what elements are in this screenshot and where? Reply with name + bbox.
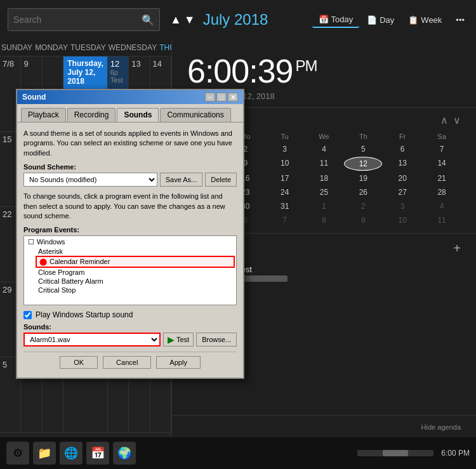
today-button[interactable]: 📅 Today (312, 12, 360, 28)
mini-day-14[interactable]: 14 (423, 157, 461, 171)
tab-playback[interactable]: Playback (21, 108, 66, 122)
taskbar-scroll[interactable] (357, 450, 433, 456)
more-button[interactable]: ••• (449, 13, 471, 27)
taskbar-icons: ⚙ 📁 🌐 📅 🌍 (6, 442, 136, 465)
event-item-windows[interactable]: ☐Windows (25, 237, 235, 247)
mini-day-17[interactable]: 17 (266, 172, 304, 185)
sound-file-select[interactable]: Alarm01.wav (23, 333, 161, 347)
bottom-bar: ⚙ 📁 🌐 📅 🌍 6:00 PM (0, 437, 476, 469)
mini-day-24[interactable]: 24 (266, 186, 304, 199)
week-button[interactable]: 📋 Week (402, 13, 448, 27)
mini-day-aug3[interactable]: 3 (383, 200, 421, 213)
mini-day-13[interactable]: 13 (383, 157, 421, 171)
day-header-mon: Monday (34, 39, 69, 56)
dialog-body: A sound theme is a set of sounds applied… (17, 122, 243, 378)
search-icon[interactable]: 🔍 (142, 14, 154, 26)
tab-sounds[interactable]: Sounds (117, 108, 159, 122)
mini-day-aug9[interactable]: 9 (344, 214, 382, 227)
apply-button[interactable]: Apply (156, 356, 201, 369)
event-item-asterisk[interactable]: Asterisk (36, 247, 235, 256)
week-icon: 📋 (408, 15, 418, 25)
next-arrow[interactable]: ▼ (184, 13, 195, 27)
mini-day-18[interactable]: 18 (305, 172, 343, 185)
day-headers: Sunday Monday Tuesday Wednesday Thursday… (0, 39, 171, 56)
dialog-description: A sound theme is a set of sounds applied… (23, 129, 237, 158)
mini-day-21[interactable]: 21 (423, 172, 461, 185)
dialog-footer: OK Cancel Apply (23, 352, 237, 371)
bottom-time: 6:00 PM (441, 449, 470, 458)
mini-day-3[interactable]: 3 (266, 143, 304, 155)
mini-day-aug8[interactable]: 8 (305, 214, 343, 227)
sounds-label: Sounds: (23, 323, 237, 331)
save-as-button[interactable]: Save As... (160, 173, 203, 187)
mini-day-aug11[interactable]: 11 (423, 214, 461, 227)
event-item-critical-stop[interactable]: Critical Stop (36, 286, 235, 294)
event-item-critical-battery[interactable]: Critical Battery Alarm (36, 277, 235, 286)
mini-day-aug4[interactable]: 4 (423, 200, 461, 213)
mini-day-aug7[interactable]: 7 (266, 214, 304, 227)
mini-day-5[interactable]: 5 (344, 143, 382, 155)
mini-day-31[interactable]: 31 (266, 200, 304, 213)
day-button[interactable]: 📄 Day (360, 13, 400, 27)
tab-recording[interactable]: Recording (67, 108, 116, 122)
search-box[interactable]: 🔍 (8, 8, 160, 31)
mini-day-7[interactable]: 7 (423, 143, 461, 155)
calendar-icon[interactable]: 📅 (86, 442, 109, 465)
delete-button[interactable]: Delete (205, 173, 237, 187)
event-item-close[interactable]: Close Program (36, 268, 235, 277)
thursday-date-header: Thursday, July 12, 2018 (63, 56, 107, 88)
mini-day-10[interactable]: 10 (266, 157, 304, 171)
cancel-button[interactable]: Cancel (103, 356, 151, 369)
mini-prev-btn[interactable]: ∧ (440, 114, 448, 126)
test-button[interactable]: ▶ Test (163, 333, 194, 347)
event-title-today: Test (237, 265, 288, 274)
dialog-close-button[interactable]: ✕ (228, 93, 238, 102)
sound-scheme-label: Sound Scheme: (23, 163, 237, 171)
mini-day-aug2[interactable]: 2 (344, 200, 382, 213)
day-header-wed: Wednesday (107, 39, 158, 56)
dialog-minimize-button[interactable]: ─ (205, 93, 215, 102)
edge-icon[interactable]: 🌐 (60, 442, 83, 465)
mini-next-btn[interactable]: ∨ (453, 114, 461, 126)
dialog-tabs: Playback Recording Sounds Communications (17, 104, 243, 122)
mini-day-aug1[interactable]: 1 (305, 200, 343, 213)
add-event-button[interactable]: + (453, 241, 461, 256)
prev-arrow[interactable]: ▲ (170, 13, 182, 27)
browse-button[interactable]: Browse... (196, 333, 237, 347)
ok-button[interactable]: OK (60, 356, 98, 369)
globe-icon[interactable]: 🌍 (113, 442, 136, 465)
mini-day-fr: Fr (383, 131, 421, 142)
program-events-label: Program Events: (23, 226, 237, 234)
mini-day-28[interactable]: 28 (423, 186, 461, 199)
sounds-row: Alarm01.wav ▶ Test Browse... (23, 333, 237, 347)
mini-day-4[interactable]: 4 (305, 143, 343, 155)
mini-day-20[interactable]: 20 (383, 172, 421, 185)
hide-agenda-area: Hide agenda (172, 415, 476, 437)
search-input[interactable] (13, 15, 128, 25)
mini-day-tu: Tu (266, 131, 304, 142)
tab-communications[interactable]: Communications (160, 108, 230, 122)
event-item-calendar-reminder[interactable]: ⬤Calendar Reminder (36, 256, 235, 268)
startup-sound-row: Play Windows Startup sound (23, 310, 237, 319)
top-bar-right: 📅 Today 📄 Day 📋 Week ••• (312, 12, 471, 28)
mini-day-25[interactable]: 25 (305, 186, 343, 199)
file-explorer-icon[interactable]: 📁 (33, 442, 56, 465)
dialog-maximize-button[interactable]: □ (216, 93, 227, 102)
play-icon: ▶ (168, 334, 175, 345)
top-bar: 🔍 ▲ ▼ July 2018 📅 Today 📄 Day 📋 Week ••• (0, 0, 476, 39)
events-list[interactable]: ☐Windows Asterisk ⬤Calendar Reminder Clo… (23, 235, 237, 305)
mini-day-27[interactable]: 27 (383, 186, 421, 199)
mini-day-11[interactable]: 11 (305, 157, 343, 171)
mini-day-26[interactable]: 26 (344, 186, 382, 199)
mini-day-6[interactable]: 6 (383, 143, 421, 155)
day-header-sun: Sunday (0, 39, 34, 56)
mini-day-19[interactable]: 19 (344, 172, 382, 185)
startup-label: Play Windows Startup sound (36, 310, 133, 319)
startup-checkbox[interactable] (23, 311, 32, 319)
mini-day-aug10[interactable]: 10 (383, 214, 421, 227)
mini-day-12[interactable]: 12 (344, 157, 382, 171)
today-icon: 📅 (319, 15, 329, 24)
settings-icon[interactable]: ⚙ (6, 442, 29, 465)
day-header-tue: Tuesday (69, 39, 107, 56)
sound-scheme-select[interactable]: No Sounds (modified) (23, 173, 157, 187)
